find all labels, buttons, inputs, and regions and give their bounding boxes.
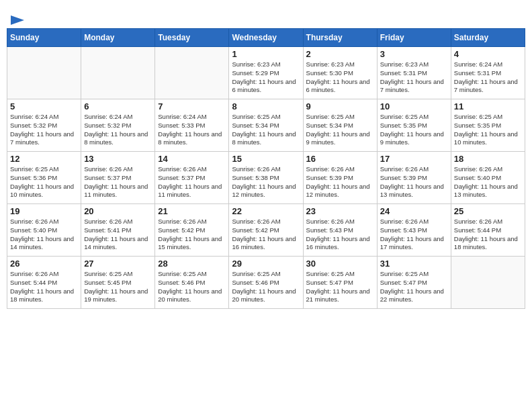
calendar-cell: 24Sunrise: 6:26 AMSunset: 5:43 PMDayligh… xyxy=(377,204,451,257)
calendar-cell: 22Sunrise: 6:26 AMSunset: 5:42 PMDayligh… xyxy=(229,204,303,257)
day-number: 16 xyxy=(306,154,374,164)
cell-content: Sunrise: 6:24 AMSunset: 5:32 PMDaylight:… xyxy=(10,113,78,147)
day-number: 10 xyxy=(380,101,448,111)
logo-flag-icon xyxy=(11,15,24,25)
cell-content: Sunrise: 6:25 AMSunset: 5:46 PMDaylight:… xyxy=(158,270,226,304)
cell-content: Sunrise: 6:25 AMSunset: 5:34 PMDaylight:… xyxy=(232,113,300,147)
column-header-monday: Monday xyxy=(81,29,155,47)
cell-content: Sunrise: 6:26 AMSunset: 5:44 PMDaylight:… xyxy=(10,270,78,304)
calendar-cell: 10Sunrise: 6:25 AMSunset: 5:35 PMDayligh… xyxy=(377,99,451,152)
calendar-cell: 5Sunrise: 6:24 AMSunset: 5:32 PMDaylight… xyxy=(7,99,81,152)
calendar-cell: 12Sunrise: 6:25 AMSunset: 5:36 PMDayligh… xyxy=(7,152,81,204)
calendar-cell: 19Sunrise: 6:26 AMSunset: 5:40 PMDayligh… xyxy=(7,204,81,257)
day-number: 14 xyxy=(158,154,226,164)
cell-content: Sunrise: 6:24 AMSunset: 5:32 PMDaylight:… xyxy=(84,113,152,147)
day-number: 13 xyxy=(84,154,152,164)
calendar-cell: 6Sunrise: 6:24 AMSunset: 5:32 PMDaylight… xyxy=(81,99,155,152)
day-number: 28 xyxy=(158,259,226,269)
day-number: 23 xyxy=(306,206,374,216)
calendar-cell: 17Sunrise: 6:26 AMSunset: 5:39 PMDayligh… xyxy=(377,152,451,204)
day-number: 11 xyxy=(454,101,522,111)
column-header-wednesday: Wednesday xyxy=(229,29,303,47)
cell-content: Sunrise: 6:24 AMSunset: 5:33 PMDaylight:… xyxy=(158,113,226,147)
cell-content: Sunrise: 6:26 AMSunset: 5:43 PMDaylight:… xyxy=(306,218,374,252)
cell-content: Sunrise: 6:26 AMSunset: 5:39 PMDaylight:… xyxy=(306,165,374,199)
cell-content: Sunrise: 6:25 AMSunset: 5:35 PMDaylight:… xyxy=(454,113,522,147)
column-header-thursday: Thursday xyxy=(303,29,377,47)
calendar-cell: 15Sunrise: 6:26 AMSunset: 5:38 PMDayligh… xyxy=(229,152,303,204)
day-number: 21 xyxy=(158,206,226,216)
calendar-cell: 11Sunrise: 6:25 AMSunset: 5:35 PMDayligh… xyxy=(451,99,525,152)
calendar-cell: 8Sunrise: 6:25 AMSunset: 5:34 PMDaylight… xyxy=(229,99,303,152)
calendar-cell: 18Sunrise: 6:26 AMSunset: 5:40 PMDayligh… xyxy=(451,152,525,204)
calendar-cell: 2Sunrise: 6:23 AMSunset: 5:30 PMDaylight… xyxy=(303,47,377,99)
cell-content: Sunrise: 6:23 AMSunset: 5:30 PMDaylight:… xyxy=(306,60,374,95)
cell-content: Sunrise: 6:26 AMSunset: 5:38 PMDaylight:… xyxy=(232,165,300,199)
day-number: 19 xyxy=(10,206,78,216)
cell-content: Sunrise: 6:23 AMSunset: 5:29 PMDaylight:… xyxy=(232,60,300,95)
cell-content: Sunrise: 6:25 AMSunset: 5:36 PMDaylight:… xyxy=(10,165,78,199)
calendar-cell: 20Sunrise: 6:26 AMSunset: 5:41 PMDayligh… xyxy=(81,204,155,257)
day-number: 5 xyxy=(10,101,78,111)
svg-marker-0 xyxy=(11,15,24,25)
day-number: 30 xyxy=(306,259,374,269)
cell-content: Sunrise: 6:25 AMSunset: 5:35 PMDaylight:… xyxy=(380,113,448,147)
day-number: 24 xyxy=(380,206,448,216)
cell-content: Sunrise: 6:26 AMSunset: 5:40 PMDaylight:… xyxy=(454,165,522,199)
day-number: 12 xyxy=(10,154,78,164)
cell-content: Sunrise: 6:26 AMSunset: 5:42 PMDaylight:… xyxy=(158,218,226,252)
calendar-header-row: SundayMondayTuesdayWednesdayThursdayFrid… xyxy=(7,29,525,47)
column-header-tuesday: Tuesday xyxy=(155,29,229,47)
day-number: 18 xyxy=(454,154,522,164)
calendar-cell xyxy=(155,47,229,99)
cell-content: Sunrise: 6:26 AMSunset: 5:42 PMDaylight:… xyxy=(232,218,300,252)
column-header-sunday: Sunday xyxy=(7,29,81,47)
cell-content: Sunrise: 6:26 AMSunset: 5:37 PMDaylight:… xyxy=(158,165,226,199)
day-number: 17 xyxy=(380,154,448,164)
calendar-cell: 25Sunrise: 6:26 AMSunset: 5:44 PMDayligh… xyxy=(451,204,525,257)
day-number: 20 xyxy=(84,206,152,216)
calendar-week-row: 1Sunrise: 6:23 AMSunset: 5:29 PMDaylight… xyxy=(7,47,525,99)
day-number: 29 xyxy=(232,259,300,269)
cell-content: Sunrise: 6:26 AMSunset: 5:39 PMDaylight:… xyxy=(380,165,448,199)
calendar-cell: 23Sunrise: 6:26 AMSunset: 5:43 PMDayligh… xyxy=(303,204,377,257)
cell-content: Sunrise: 6:26 AMSunset: 5:37 PMDaylight:… xyxy=(84,165,152,199)
day-number: 31 xyxy=(380,259,448,269)
calendar-cell: 7Sunrise: 6:24 AMSunset: 5:33 PMDaylight… xyxy=(155,99,229,152)
day-number: 15 xyxy=(232,154,300,164)
calendar-cell: 31Sunrise: 6:25 AMSunset: 5:47 PMDayligh… xyxy=(377,257,451,309)
calendar-week-row: 5Sunrise: 6:24 AMSunset: 5:32 PMDaylight… xyxy=(7,99,525,152)
calendar-cell xyxy=(451,257,525,309)
calendar-week-row: 12Sunrise: 6:25 AMSunset: 5:36 PMDayligh… xyxy=(7,152,525,204)
calendar-cell xyxy=(7,47,81,99)
calendar-cell: 4Sunrise: 6:24 AMSunset: 5:31 PMDaylight… xyxy=(451,47,525,99)
day-number: 9 xyxy=(306,101,374,111)
calendar-cell: 26Sunrise: 6:26 AMSunset: 5:44 PMDayligh… xyxy=(7,257,81,309)
calendar-cell: 29Sunrise: 6:25 AMSunset: 5:46 PMDayligh… xyxy=(229,257,303,309)
day-number: 25 xyxy=(454,206,522,216)
cell-content: Sunrise: 6:25 AMSunset: 5:46 PMDaylight:… xyxy=(232,270,300,304)
calendar-cell: 9Sunrise: 6:25 AMSunset: 5:34 PMDaylight… xyxy=(303,99,377,152)
calendar-cell: 3Sunrise: 6:23 AMSunset: 5:31 PMDaylight… xyxy=(377,47,451,99)
day-number: 7 xyxy=(158,101,226,111)
day-number: 4 xyxy=(454,49,522,59)
cell-content: Sunrise: 6:26 AMSunset: 5:41 PMDaylight:… xyxy=(84,218,152,252)
cell-content: Sunrise: 6:26 AMSunset: 5:40 PMDaylight:… xyxy=(10,218,78,252)
day-number: 8 xyxy=(232,101,300,111)
column-header-saturday: Saturday xyxy=(451,29,525,47)
calendar-week-row: 26Sunrise: 6:26 AMSunset: 5:44 PMDayligh… xyxy=(7,257,525,309)
day-number: 2 xyxy=(306,49,374,59)
calendar-cell: 1Sunrise: 6:23 AMSunset: 5:29 PMDaylight… xyxy=(229,47,303,99)
calendar-cell: 30Sunrise: 6:25 AMSunset: 5:47 PMDayligh… xyxy=(303,257,377,309)
calendar-table: SundayMondayTuesdayWednesdayThursdayFrid… xyxy=(7,28,525,309)
calendar-week-row: 19Sunrise: 6:26 AMSunset: 5:40 PMDayligh… xyxy=(7,204,525,257)
cell-content: Sunrise: 6:24 AMSunset: 5:31 PMDaylight:… xyxy=(454,60,522,95)
calendar-cell: 14Sunrise: 6:26 AMSunset: 5:37 PMDayligh… xyxy=(155,152,229,204)
calendar-cell xyxy=(81,47,155,99)
day-number: 3 xyxy=(380,49,448,59)
day-number: 22 xyxy=(232,206,300,216)
cell-content: Sunrise: 6:26 AMSunset: 5:43 PMDaylight:… xyxy=(380,218,448,252)
cell-content: Sunrise: 6:25 AMSunset: 5:34 PMDaylight:… xyxy=(306,113,374,147)
cell-content: Sunrise: 6:26 AMSunset: 5:44 PMDaylight:… xyxy=(454,218,522,252)
cell-content: Sunrise: 6:23 AMSunset: 5:31 PMDaylight:… xyxy=(380,60,448,95)
